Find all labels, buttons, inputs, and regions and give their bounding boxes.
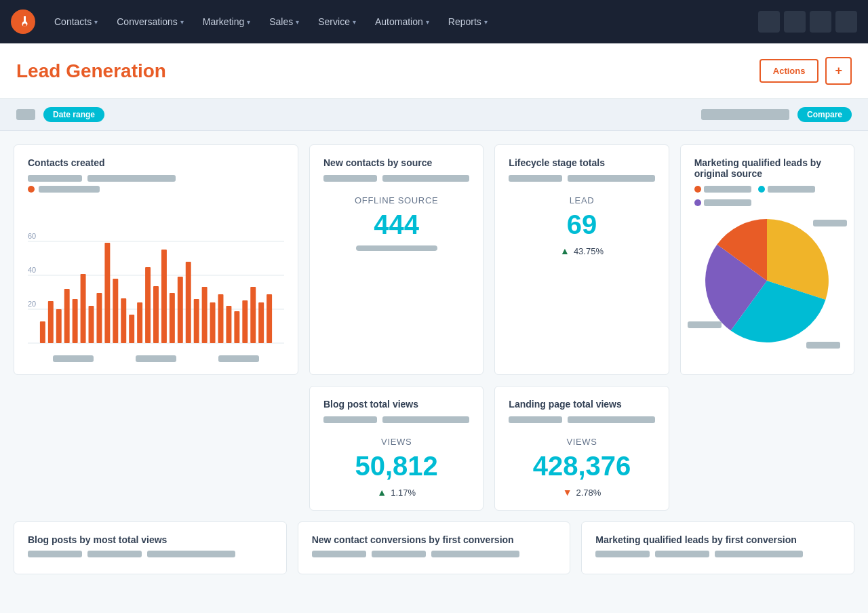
ncc-skel-1: [312, 551, 557, 557]
new-contacts-source-title: New contacts by source: [323, 157, 469, 168]
add-icon: +: [835, 64, 842, 78]
skel10: [568, 416, 654, 423]
navbar: Contacts ▾ Conversations ▾ Marketing ▾ S…: [0, 0, 868, 43]
pie-legend-1: [694, 186, 751, 193]
bv-skel-row: [323, 416, 469, 423]
skel16: [431, 551, 519, 557]
svg-rect-27: [194, 299, 199, 343]
svg-rect-22: [153, 286, 159, 343]
lv-skel-row: [509, 416, 654, 423]
hubspot-logo[interactable]: [11, 9, 35, 34]
svg-rect-26: [186, 262, 191, 343]
navbar-btn-2[interactable]: [784, 11, 806, 33]
landing-views-source: VIEWS: [509, 437, 654, 447]
pie-legends: [694, 186, 840, 206]
pie-skel-1: [704, 186, 751, 193]
new-contacts-bar: [356, 245, 437, 251]
lifecycle-trend-value: 43.75%: [574, 246, 604, 256]
marketing-chevron: ▾: [247, 18, 250, 26]
landing-views-title: Landing page total views: [509, 399, 654, 410]
skel9: [509, 416, 562, 423]
skel17: [595, 551, 650, 557]
skel15: [372, 551, 426, 557]
svg-rect-17: [113, 279, 118, 343]
svg-rect-29: [210, 302, 216, 343]
svg-rect-13: [81, 274, 86, 343]
service-chevron: ▾: [353, 18, 356, 26]
svg-rect-14: [89, 306, 94, 343]
svg-rect-9: [48, 301, 54, 343]
svg-rect-11: [64, 289, 70, 343]
blog-views-title: Blog post total views: [323, 399, 469, 410]
nav-contacts[interactable]: Contacts ▾: [46, 11, 106, 33]
ncs-skel-row: [323, 175, 469, 182]
svg-rect-33: [242, 300, 248, 343]
bar-chart-area: 60 40 20: [28, 201, 284, 350]
blog-views-trend-val: 1.17%: [391, 488, 416, 498]
skel18: [655, 551, 709, 557]
skel3: [323, 175, 377, 182]
card-mql-source: Marketing qualified leads by original so…: [680, 144, 854, 375]
svg-rect-35: [258, 302, 264, 343]
ls-skel-row: [509, 175, 654, 182]
pie-skel-3: [704, 199, 751, 206]
navbar-btn-3[interactable]: [810, 11, 831, 33]
pie-chart-container: [694, 213, 840, 349]
filter-bar: Date range Compare: [0, 99, 868, 131]
contacts-chevron: ▾: [94, 18, 98, 26]
nav-sales[interactable]: Sales ▾: [261, 11, 307, 33]
actions-button[interactable]: Actions: [760, 59, 819, 83]
legend-text: [39, 186, 100, 193]
svg-point-0: [11, 9, 35, 34]
skel1: [28, 175, 82, 182]
dashboard: Contacts created 60 40 2: [0, 131, 868, 588]
filter-tag: [16, 109, 35, 120]
compare-chip[interactable]: Compare: [797, 107, 852, 122]
card-blog-post-views: Blog post total views VIEWS 50,812 ▲ 1.1…: [309, 386, 484, 511]
svg-rect-10: [56, 309, 62, 343]
svg-rect-23: [161, 250, 167, 343]
page-header: Lead Generation Actions +: [0, 43, 868, 99]
lifecycle-trend-arrow: ▲: [560, 245, 570, 256]
svg-rect-25: [178, 277, 183, 343]
blog-most-views-title: Blog posts by most total views: [28, 534, 273, 545]
nav-reports[interactable]: Reports ▾: [440, 11, 496, 33]
legend-dot: [28, 186, 35, 193]
skel4: [382, 175, 469, 182]
card-lifecycle-stage: Lifecycle stage totals LEAD 69 ▲ 43.75%: [494, 144, 669, 375]
navbar-btn-1[interactable]: [758, 11, 780, 33]
svg-rect-18: [121, 298, 126, 343]
landing-views-arrow: ▼: [563, 487, 572, 498]
card-mql-first-conversion: Marketing qualified leads by first conve…: [581, 521, 854, 574]
lifecycle-title: Lifecycle stage totals: [509, 157, 654, 168]
bmv-skel-1: [28, 551, 273, 557]
card-blog-most-views: Blog posts by most total views: [14, 521, 287, 574]
nav-marketing[interactable]: Marketing ▾: [195, 11, 258, 33]
skel13: [147, 551, 235, 557]
skel5: [509, 175, 562, 182]
navbar-btn-4[interactable]: [835, 11, 857, 33]
svg-rect-21: [145, 267, 151, 343]
nav-automation[interactable]: Automation ▾: [367, 11, 437, 33]
pie-legend-3: [694, 199, 751, 206]
header-actions: Actions +: [760, 57, 852, 85]
svg-rect-24: [170, 293, 175, 343]
cards-row-top: Contacts created 60 40 2: [14, 144, 854, 375]
pie-dot-1: [694, 186, 701, 193]
skel6: [568, 175, 654, 182]
svg-rect-28: [202, 287, 208, 343]
card-landing-page-views: Landing page total views VIEWS 428,376 ▼…: [494, 386, 669, 511]
spacer-col1: [14, 386, 298, 511]
skel2: [87, 175, 176, 182]
bar-label-2: [136, 355, 176, 362]
pie-ext-skel2: [688, 321, 722, 328]
skel14: [312, 551, 366, 557]
date-range-chip[interactable]: Date range: [43, 107, 104, 122]
nav-conversations[interactable]: Conversations ▾: [108, 11, 192, 33]
bar-label-3: [218, 355, 259, 362]
new-contact-conversions-title: New contact conversions by first convers…: [312, 534, 557, 545]
nav-service[interactable]: Service ▾: [310, 11, 364, 33]
pie-dot-2: [758, 186, 765, 193]
add-button[interactable]: +: [825, 57, 852, 85]
mfc-skel-1: [595, 551, 840, 557]
